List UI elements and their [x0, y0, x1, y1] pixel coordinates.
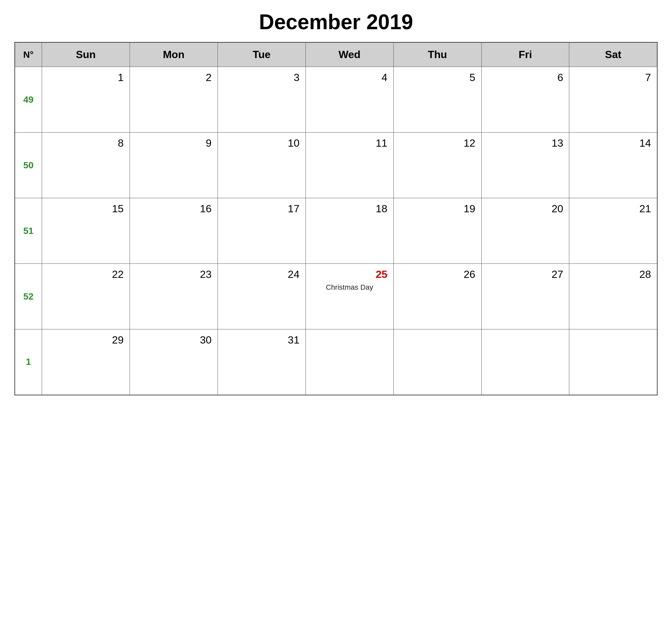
- day-number: 6: [484, 70, 567, 84]
- day-number: 27: [484, 266, 567, 281]
- day-number: 31: [220, 332, 303, 346]
- day-number: 14: [572, 135, 654, 149]
- week-number: 49: [15, 67, 42, 133]
- calendar-day-cell: 15: [42, 198, 129, 264]
- calendar-day-cell: 10: [218, 133, 306, 198]
- calendar-day-cell: [481, 330, 569, 395]
- day-number: 30: [133, 332, 215, 346]
- calendar-day-cell: 21: [569, 198, 657, 264]
- calendar-day-cell: 11: [306, 133, 393, 198]
- calendar-day-cell: 7: [569, 67, 657, 133]
- calendar-day-cell: 4: [306, 67, 393, 133]
- calendar-day-cell: 19: [393, 198, 481, 264]
- day-number: 11: [308, 135, 391, 149]
- calendar-day-cell: 23: [129, 264, 218, 330]
- header-sat: Sat: [569, 42, 657, 67]
- calendar-day-cell: [569, 330, 657, 395]
- day-number: 10: [220, 135, 303, 149]
- calendar-day-cell: 1: [42, 67, 129, 133]
- calendar-day-cell: 16: [129, 198, 218, 264]
- day-number: 23: [133, 266, 215, 281]
- calendar-row: 1293031: [15, 330, 657, 395]
- calendar-day-cell: [393, 330, 481, 395]
- calendar-day-cell: 3: [218, 67, 306, 133]
- header-week-num: N°: [15, 42, 42, 67]
- calendar-row: 491234567: [15, 67, 657, 133]
- calendar-day-cell: 30: [129, 330, 218, 395]
- calendar-day-cell: 25Christmas Day: [306, 264, 393, 330]
- day-number: 1: [45, 70, 127, 84]
- day-number: 3: [220, 70, 303, 84]
- calendar-day-cell: 28: [569, 264, 657, 330]
- day-number: 28: [572, 266, 654, 281]
- day-number: 25: [308, 266, 391, 281]
- day-number: 15: [45, 201, 127, 215]
- day-number: 20: [484, 201, 567, 215]
- day-number: 22: [45, 266, 127, 281]
- day-number: 19: [397, 201, 479, 215]
- day-number: 12: [397, 135, 479, 149]
- week-number: 51: [15, 198, 42, 264]
- calendar-day-cell: 14: [569, 133, 657, 198]
- calendar-day-cell: 9: [129, 133, 218, 198]
- day-number: 21: [572, 201, 654, 215]
- header-fri: Fri: [481, 42, 569, 67]
- day-number: 16: [133, 201, 215, 215]
- day-number: 17: [220, 201, 303, 215]
- calendar-row: 50891011121314: [15, 133, 657, 198]
- day-number: 2: [133, 70, 215, 84]
- calendar-day-cell: 2: [129, 67, 218, 133]
- calendar-day-cell: 8: [42, 133, 129, 198]
- calendar-day-cell: 13: [481, 133, 569, 198]
- day-number: 24: [220, 266, 303, 281]
- calendar-day-cell: 22: [42, 264, 129, 330]
- day-number: 26: [397, 266, 479, 281]
- calendar-day-cell: 26: [393, 264, 481, 330]
- calendar-day-cell: 12: [393, 133, 481, 198]
- calendar-day-cell: 17: [218, 198, 306, 264]
- header-thu: Thu: [393, 42, 481, 67]
- day-number: 18: [308, 201, 391, 215]
- day-number: 5: [397, 70, 479, 84]
- week-number: 52: [15, 264, 42, 330]
- day-number: 9: [133, 135, 215, 149]
- header-sun: Sun: [42, 42, 129, 67]
- calendar-day-cell: 5: [393, 67, 481, 133]
- header-mon: Mon: [129, 42, 218, 67]
- day-number: 29: [45, 332, 127, 346]
- week-number: 1: [15, 330, 42, 395]
- calendar-row: 5222232425Christmas Day262728: [15, 264, 657, 330]
- calendar-row: 5115161718192021: [15, 198, 657, 264]
- week-number: 50: [15, 133, 42, 198]
- calendar-day-cell: [306, 330, 393, 395]
- header-wed: Wed: [306, 42, 393, 67]
- page-title: December 2019: [259, 10, 413, 34]
- day-number: 8: [45, 135, 127, 149]
- calendar-day-cell: 6: [481, 67, 569, 133]
- calendar-day-cell: 29: [42, 330, 129, 395]
- calendar-day-cell: 31: [218, 330, 306, 395]
- day-number: 4: [308, 70, 391, 84]
- day-number: 13: [484, 135, 567, 149]
- calendar-day-cell: 20: [481, 198, 569, 264]
- calendar-day-cell: 24: [218, 264, 306, 330]
- calendar-day-cell: 18: [306, 198, 393, 264]
- holiday-label: Christmas Day: [308, 283, 391, 292]
- day-number: 7: [572, 70, 654, 84]
- header-tue: Tue: [218, 42, 306, 67]
- calendar-table: N° Sun Mon Tue Wed Thu Fri Sat 491234567…: [15, 42, 657, 395]
- calendar-day-cell: 27: [481, 264, 569, 330]
